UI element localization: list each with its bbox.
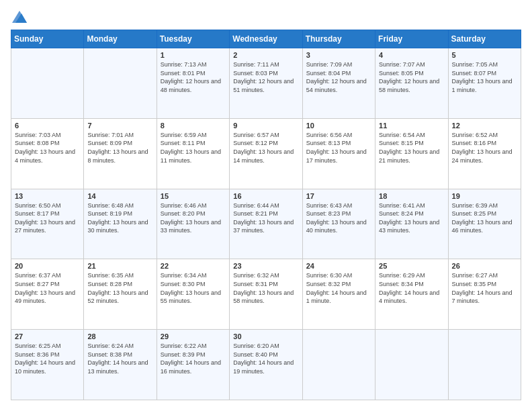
day-info: Sunrise: 6:30 AMSunset: 8:32 PMDaylight:… <box>306 271 371 305</box>
calendar-cell: 27Sunrise: 6:25 AMSunset: 8:36 PMDayligh… <box>11 330 84 400</box>
page: SundayMondayTuesdayWednesdayThursdayFrid… <box>0 0 532 411</box>
day-of-week-sunday: Sunday <box>11 30 84 48</box>
calendar-cell: 17Sunrise: 6:43 AMSunset: 8:23 PMDayligh… <box>302 189 375 259</box>
logo-icon <box>12 11 27 23</box>
calendar-cell: 14Sunrise: 6:48 AMSunset: 8:19 PMDayligh… <box>84 189 157 259</box>
days-of-week-row: SundayMondayTuesdayWednesdayThursdayFrid… <box>11 30 521 48</box>
day-info: Sunrise: 7:01 AMSunset: 8:09 PMDaylight:… <box>87 131 152 165</box>
calendar-table: SundayMondayTuesdayWednesdayThursdayFrid… <box>11 30 521 400</box>
calendar-cell: 6Sunrise: 7:03 AMSunset: 8:08 PMDaylight… <box>11 118 84 189</box>
calendar-cell: 20Sunrise: 6:37 AMSunset: 8:27 PMDayligh… <box>11 259 84 330</box>
day-number: 9 <box>233 122 298 130</box>
day-number: 30 <box>233 332 298 340</box>
day-number: 18 <box>379 192 444 200</box>
calendar-cell: 4Sunrise: 7:07 AMSunset: 8:05 PMDaylight… <box>375 48 448 119</box>
calendar-cell: 15Sunrise: 6:46 AMSunset: 8:20 PMDayligh… <box>157 189 229 259</box>
calendar-cell: 18Sunrise: 6:41 AMSunset: 8:24 PMDayligh… <box>375 189 448 259</box>
day-info: Sunrise: 6:56 AMSunset: 8:13 PMDaylight:… <box>306 131 371 165</box>
day-info: Sunrise: 6:46 AMSunset: 8:20 PMDaylight:… <box>161 201 226 235</box>
day-of-week-thursday: Thursday <box>302 30 375 48</box>
day-number: 23 <box>233 262 298 270</box>
calendar-cell: 1Sunrise: 7:13 AMSunset: 8:01 PMDaylight… <box>157 48 229 119</box>
day-info: Sunrise: 7:07 AMSunset: 8:05 PMDaylight:… <box>379 60 444 94</box>
calendar-cell: 10Sunrise: 6:56 AMSunset: 8:13 PMDayligh… <box>302 118 375 189</box>
day-info: Sunrise: 6:24 AMSunset: 8:38 PMDaylight:… <box>87 342 152 375</box>
calendar-cell <box>448 330 521 400</box>
calendar-cell: 12Sunrise: 6:52 AMSunset: 8:16 PMDayligh… <box>448 118 521 189</box>
calendar-cell: 21Sunrise: 6:35 AMSunset: 8:28 PMDayligh… <box>84 259 157 330</box>
day-number: 6 <box>15 122 80 130</box>
calendar-cell: 8Sunrise: 6:59 AMSunset: 8:11 PMDaylight… <box>157 118 229 189</box>
day-info: Sunrise: 6:48 AMSunset: 8:19 PMDaylight:… <box>87 201 152 235</box>
day-info: Sunrise: 6:50 AMSunset: 8:17 PMDaylight:… <box>15 201 80 235</box>
day-info: Sunrise: 6:25 AMSunset: 8:36 PMDaylight:… <box>15 342 80 375</box>
calendar-cell: 30Sunrise: 6:20 AMSunset: 8:40 PMDayligh… <box>230 330 302 400</box>
calendar-cell: 24Sunrise: 6:30 AMSunset: 8:32 PMDayligh… <box>302 259 375 330</box>
day-number: 25 <box>379 262 444 270</box>
calendar-cell: 26Sunrise: 6:27 AMSunset: 8:35 PMDayligh… <box>448 259 521 330</box>
calendar-body: 1Sunrise: 7:13 AMSunset: 8:01 PMDaylight… <box>11 48 521 400</box>
week-row-2: 6Sunrise: 7:03 AMSunset: 8:08 PMDaylight… <box>11 118 521 189</box>
day-number: 16 <box>233 192 298 200</box>
day-number: 13 <box>15 192 80 200</box>
day-number: 24 <box>306 262 371 270</box>
day-number: 4 <box>379 51 444 59</box>
day-of-week-saturday: Saturday <box>448 30 521 48</box>
day-number: 21 <box>87 262 152 270</box>
day-number: 27 <box>15 332 80 340</box>
calendar-cell <box>11 48 84 119</box>
day-number: 10 <box>306 122 371 130</box>
calendar-cell <box>302 330 375 400</box>
day-info: Sunrise: 6:57 AMSunset: 8:12 PMDaylight:… <box>233 131 298 165</box>
day-of-week-wednesday: Wednesday <box>230 30 302 48</box>
day-number: 11 <box>379 122 444 130</box>
day-number: 3 <box>306 51 371 59</box>
week-row-1: 1Sunrise: 7:13 AMSunset: 8:01 PMDaylight… <box>11 48 521 119</box>
logo <box>11 11 27 23</box>
day-number: 1 <box>161 51 226 59</box>
day-info: Sunrise: 6:52 AMSunset: 8:16 PMDaylight:… <box>452 131 517 165</box>
day-info: Sunrise: 6:35 AMSunset: 8:28 PMDaylight:… <box>87 271 152 305</box>
calendar-cell <box>375 330 448 400</box>
day-number: 28 <box>87 332 152 340</box>
calendar-cell: 22Sunrise: 6:34 AMSunset: 8:30 PMDayligh… <box>157 259 229 330</box>
day-number: 8 <box>161 122 226 130</box>
day-number: 14 <box>87 192 152 200</box>
day-of-week-monday: Monday <box>84 30 157 48</box>
calendar-cell: 11Sunrise: 6:54 AMSunset: 8:15 PMDayligh… <box>375 118 448 189</box>
day-info: Sunrise: 7:03 AMSunset: 8:08 PMDaylight:… <box>15 131 80 165</box>
calendar-cell: 23Sunrise: 6:32 AMSunset: 8:31 PMDayligh… <box>230 259 302 330</box>
day-info: Sunrise: 6:43 AMSunset: 8:23 PMDaylight:… <box>306 201 371 235</box>
calendar-cell: 7Sunrise: 7:01 AMSunset: 8:09 PMDaylight… <box>84 118 157 189</box>
calendar-cell <box>84 48 157 119</box>
day-info: Sunrise: 7:09 AMSunset: 8:04 PMDaylight:… <box>306 60 371 94</box>
day-info: Sunrise: 6:39 AMSunset: 8:25 PMDaylight:… <box>452 201 517 235</box>
day-number: 20 <box>15 262 80 270</box>
calendar-cell: 13Sunrise: 6:50 AMSunset: 8:17 PMDayligh… <box>11 189 84 259</box>
day-info: Sunrise: 6:22 AMSunset: 8:39 PMDaylight:… <box>161 342 226 375</box>
day-info: Sunrise: 7:05 AMSunset: 8:07 PMDaylight:… <box>452 60 517 94</box>
day-number: 15 <box>161 192 226 200</box>
week-row-4: 20Sunrise: 6:37 AMSunset: 8:27 PMDayligh… <box>11 259 521 330</box>
calendar-header: SundayMondayTuesdayWednesdayThursdayFrid… <box>11 30 521 48</box>
header <box>11 11 521 23</box>
day-number: 26 <box>452 262 517 270</box>
day-info: Sunrise: 6:37 AMSunset: 8:27 PMDaylight:… <box>15 271 80 305</box>
day-info: Sunrise: 6:32 AMSunset: 8:31 PMDaylight:… <box>233 271 298 305</box>
day-info: Sunrise: 6:59 AMSunset: 8:11 PMDaylight:… <box>161 131 226 165</box>
day-number: 17 <box>306 192 371 200</box>
day-info: Sunrise: 6:27 AMSunset: 8:35 PMDaylight:… <box>452 271 517 305</box>
day-number: 2 <box>233 51 298 59</box>
day-number: 7 <box>87 122 152 130</box>
calendar-cell: 29Sunrise: 6:22 AMSunset: 8:39 PMDayligh… <box>157 330 229 400</box>
day-of-week-friday: Friday <box>375 30 448 48</box>
day-info: Sunrise: 6:41 AMSunset: 8:24 PMDaylight:… <box>379 201 444 235</box>
calendar-cell: 16Sunrise: 6:44 AMSunset: 8:21 PMDayligh… <box>230 189 302 259</box>
day-info: Sunrise: 6:34 AMSunset: 8:30 PMDaylight:… <box>161 271 226 305</box>
day-info: Sunrise: 6:44 AMSunset: 8:21 PMDaylight:… <box>233 201 298 235</box>
calendar-cell: 9Sunrise: 6:57 AMSunset: 8:12 PMDaylight… <box>230 118 302 189</box>
calendar-cell: 28Sunrise: 6:24 AMSunset: 8:38 PMDayligh… <box>84 330 157 400</box>
day-info: Sunrise: 6:29 AMSunset: 8:34 PMDaylight:… <box>379 271 444 305</box>
day-number: 5 <box>452 51 517 59</box>
week-row-3: 13Sunrise: 6:50 AMSunset: 8:17 PMDayligh… <box>11 189 521 259</box>
